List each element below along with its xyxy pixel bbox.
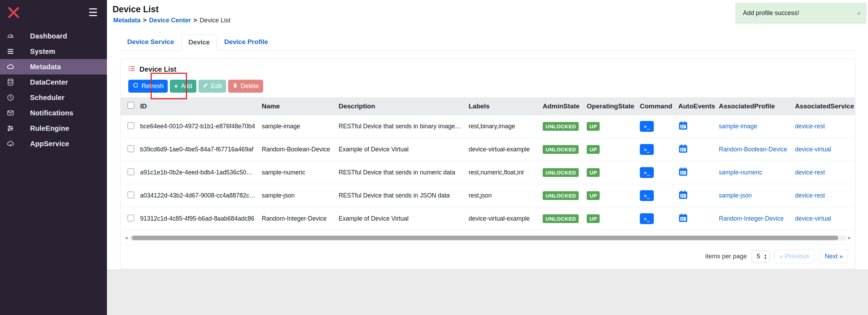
operating-state-badge: UP <box>587 214 600 223</box>
associated-profile-link[interactable]: sample-numeric <box>719 169 762 176</box>
edit-button[interactable]: Edit <box>198 80 226 93</box>
content: Device Service Device Device Profile <box>107 24 868 269</box>
device-name: sample-json <box>258 184 335 207</box>
associated-service-link[interactable]: device-rest <box>795 169 825 176</box>
sidebar-item-dashboard[interactable]: Dashboard <box>0 28 107 44</box>
associated-profile-link[interactable]: Random-Integer-Device <box>719 215 784 222</box>
associated-profile-link[interactable]: sample-image <box>719 123 757 130</box>
sidebar-item-scheduler[interactable]: Scheduler <box>0 90 107 105</box>
terminal-glyph: >_ <box>644 193 650 199</box>
sidebar-item-label: AppService <box>30 140 69 148</box>
refresh-button[interactable]: Refresh <box>128 80 168 93</box>
next-page-button[interactable]: Next » <box>819 250 848 263</box>
row-select-checkbox[interactable] <box>128 192 134 198</box>
app-root: ☰ Dashboard System <box>0 0 868 315</box>
sidebar-item-label: System <box>30 48 55 56</box>
device-name: sample-image <box>258 115 335 138</box>
sidebar-item-system[interactable]: System <box>0 44 107 59</box>
terminal-glyph: >_ <box>644 170 650 176</box>
row-select-checkbox[interactable] <box>128 145 134 152</box>
sidebar: ☰ Dashboard System <box>0 0 107 315</box>
associated-service-link[interactable]: device-virtual <box>795 215 831 222</box>
sidebar-item-appservice[interactable]: AppService <box>0 136 107 151</box>
operating-state-badge: UP <box>587 122 600 131</box>
delete-button[interactable]: Delete <box>228 80 263 93</box>
column-header-id: ID <box>137 98 258 115</box>
admin-state-badge: UNLOCKED <box>543 145 579 154</box>
column-header-admin-state: AdminState <box>539 98 583 115</box>
table-header-row: ID Name Description Labels AdminState Op… <box>121 98 855 115</box>
sidebar-item-notifications[interactable]: Notifications <box>0 105 107 121</box>
auto-events-calendar-icon[interactable] <box>678 144 688 153</box>
select-all-checkbox[interactable] <box>128 102 134 109</box>
command-terminal-icon[interactable]: >_ <box>640 167 654 178</box>
breadcrumb-metadata-link[interactable]: Metadata <box>113 17 140 24</box>
operating-state-badge: UP <box>587 168 600 177</box>
menu-toggle-button[interactable]: ☰ <box>88 7 98 18</box>
device-name: Random-Integer-Device <box>258 207 335 230</box>
row-select-checkbox[interactable] <box>128 169 134 175</box>
admin-state-badge: UNLOCKED <box>543 214 579 223</box>
sidebar-item-label: Notifications <box>30 109 73 117</box>
associated-service-link[interactable]: device-rest <box>795 192 825 199</box>
edgex-logo-icon <box>6 5 22 21</box>
associated-profile-link[interactable]: sample-json <box>719 192 752 199</box>
auto-events-calendar-icon[interactable] <box>678 190 688 200</box>
scroll-right-icon[interactable]: ▸ <box>847 235 852 241</box>
scrollbar-thumb[interactable] <box>132 236 838 240</box>
command-terminal-icon[interactable]: >_ <box>640 190 654 201</box>
scroll-left-icon[interactable]: ◂ <box>123 235 129 241</box>
associated-profile-link[interactable]: Random-Boolean-Device <box>719 146 787 153</box>
tab-device-service[interactable]: Device Service <box>120 35 181 50</box>
add-button-label: Add <box>181 83 192 90</box>
scrollbar-track[interactable] <box>129 235 847 241</box>
toast-close-icon[interactable]: × <box>857 9 861 17</box>
auto-events-calendar-icon[interactable] <box>678 167 688 177</box>
delete-button-label: Delete <box>241 83 259 90</box>
command-terminal-icon[interactable]: >_ <box>640 121 654 132</box>
pagination-bar: items per page 5 ▴ ▾ « Previous Next » <box>121 244 855 269</box>
page-size-value: 5 <box>757 253 760 260</box>
device-id: a034122d-43b2-4d67-9008-cc4a88782cbd <box>137 184 258 207</box>
dashboard-icon <box>6 32 15 40</box>
cloud-icon <box>6 139 15 148</box>
device-labels: rest,binary,image <box>465 115 539 138</box>
device-table: ID Name Description Labels AdminState Op… <box>121 98 855 230</box>
device-list-panel: Device List Refresh + Add <box>120 58 855 269</box>
device-description: Example of Device Virtual <box>335 138 465 161</box>
command-terminal-icon[interactable]: >_ <box>640 213 654 224</box>
auto-events-calendar-icon[interactable] <box>678 213 688 223</box>
sidebar-item-datacenter[interactable]: DataCenter <box>0 74 107 90</box>
sidebar-item-ruleengine[interactable]: RuleEngine <box>0 121 107 136</box>
admin-state-badge: UNLOCKED <box>543 191 579 200</box>
admin-state-badge: UNLOCKED <box>543 168 579 177</box>
auto-events-calendar-icon[interactable] <box>678 121 688 130</box>
breadcrumb-device-center-link[interactable]: Device Center <box>149 17 191 24</box>
associated-service-link[interactable]: device-rest <box>795 123 825 130</box>
toolbar: Refresh + Add Edit <box>128 80 847 93</box>
add-button[interactable]: + Add <box>170 80 196 93</box>
tab-device-profile[interactable]: Device Profile <box>217 35 275 50</box>
toast-message: Add profile success! <box>743 9 799 16</box>
spinner-arrows-icon: ▴ ▾ <box>764 253 766 260</box>
device-labels: rest,json <box>465 184 539 207</box>
column-header-name: Name <box>258 98 335 115</box>
tab-device[interactable]: Device <box>181 35 217 51</box>
previous-page-button[interactable]: « Previous <box>774 250 815 263</box>
device-id: 91312c1d-4c85-4f95-b6ad-8aab684adc86 <box>137 207 258 230</box>
row-select-checkbox[interactable] <box>128 215 134 221</box>
column-header-command: Command <box>636 98 675 115</box>
command-terminal-icon[interactable]: >_ <box>640 144 654 155</box>
device-name: Random-Boolean-Device <box>258 138 335 161</box>
page-size-select[interactable]: 5 ▴ ▾ <box>752 250 769 263</box>
refresh-icon <box>132 82 139 90</box>
device-name: sample-numeric <box>258 161 335 184</box>
operating-state-badge: UP <box>587 145 600 154</box>
sidebar-item-metadata[interactable]: Metadata <box>0 59 107 74</box>
device-description: Example of Device Virtual <box>335 207 465 230</box>
database-icon <box>6 78 15 86</box>
envelope-icon <box>6 109 15 117</box>
row-select-checkbox[interactable] <box>128 122 134 129</box>
column-header-associated-service: AssociatedService <box>791 98 855 115</box>
associated-service-link[interactable]: device-virtual <box>795 146 831 153</box>
